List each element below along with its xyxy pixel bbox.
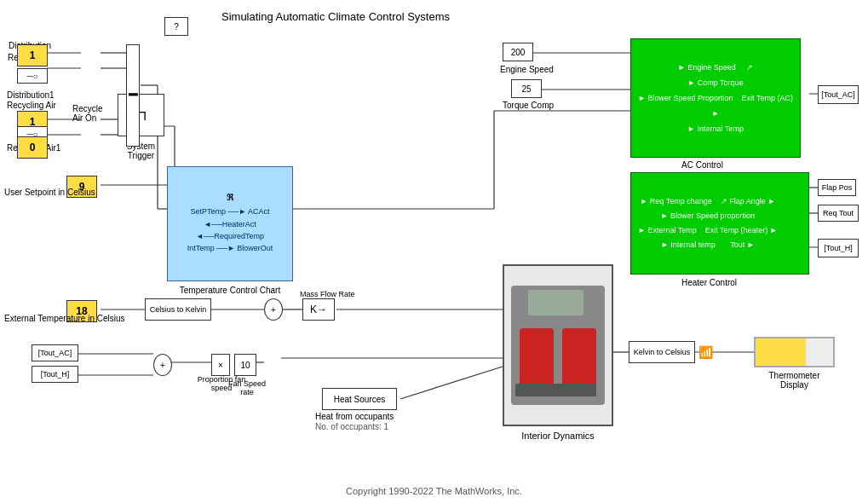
torque-comp-const: 25 <box>511 79 542 98</box>
tout-h-scope: [Tout_H] <box>818 239 859 257</box>
engine-speed-const: 200 <box>503 43 533 61</box>
kelvin-celsius-block: Kelvin to Celsius <box>629 341 695 363</box>
recycle-const2: 0 <box>17 136 48 159</box>
temp-control-chart: ℜ SetPTemp ──► ACAct ◄──HeaterAct ◄──Req… <box>167 166 293 281</box>
tout-h-from: [Tout_H] <box>32 366 78 383</box>
svg-line-32 <box>400 367 503 399</box>
occupants-count-label: No. of occupants: 1 <box>315 422 388 431</box>
engine-speed-const-label: Engine Speed <box>500 65 554 74</box>
heater-control-block: ► Req Temp change ↗ Flap Angle ► ► Blowe… <box>630 172 809 275</box>
gain-block: K→ <box>302 298 335 321</box>
heat-from-occupants-label: Heat from occupants <box>315 412 394 421</box>
flap-pos-scope: Flap Pos <box>818 179 856 196</box>
mass-flow-label: Mass Flow Rate <box>300 290 355 298</box>
sum1-block: + <box>264 298 283 321</box>
wireless-icon: 📶 <box>698 345 713 359</box>
diagram-title: Simulating Automatic Climate Control Sys… <box>221 10 450 23</box>
tout-ac-from: [Tout_AC] <box>32 344 78 361</box>
multiply10-block: 10 <box>234 354 256 376</box>
tout-ac-scope: [Tout_AC] <box>818 85 859 104</box>
req-tout-scope: Req Tout <box>818 205 859 222</box>
thermometer-display <box>754 337 835 367</box>
footer-text: Copyright 1990-2022 The MathWorks, Inc. <box>0 486 868 496</box>
external-temp-label: External Temperature in Celsius <box>4 314 125 323</box>
fan-speed-label: Fan Speed rate <box>226 379 268 396</box>
main-canvas: Simulating Automatic Climate Control Sys… <box>0 0 868 503</box>
dist-switch1: ─○ <box>17 68 48 84</box>
system-trigger-label: System Trigger <box>118 142 164 160</box>
heat-sources-block: Heat Sources <box>322 388 397 410</box>
recycle-label: Recycling Air <box>7 101 56 110</box>
interior-dynamics-label: Interior Dynamics <box>503 431 613 441</box>
dist1-label: Distribution1 <box>7 90 55 100</box>
recycle-air-on-label: RecycleAir On <box>72 104 103 123</box>
heater-control-label: Heater Control <box>681 278 737 287</box>
torque-comp-label: Torque Comp <box>503 101 554 110</box>
temp-control-label: Temperature Control Chart <box>167 286 293 295</box>
help-block[interactable]: ? <box>164 17 188 36</box>
multiply-block: × <box>211 354 230 376</box>
thermometer-label: Thermometer Display <box>754 371 835 390</box>
interior-dynamics-block <box>503 264 613 426</box>
dist-const1: 1 <box>17 44 48 66</box>
celsius-kelvin-block: Celsius to Kelvin <box>145 298 211 321</box>
system-trigger-block: ⊓ <box>118 94 164 136</box>
user-setpoint-label: User Setpoint in Celsius <box>4 188 95 197</box>
ac-control-label: AC Control <box>681 160 723 170</box>
mux-block: ▐ <box>126 44 140 147</box>
sum2-block: + <box>153 354 172 376</box>
ac-control-block: ► Engine Speed ↗ ► Comp Torque ► Blower … <box>630 38 801 158</box>
